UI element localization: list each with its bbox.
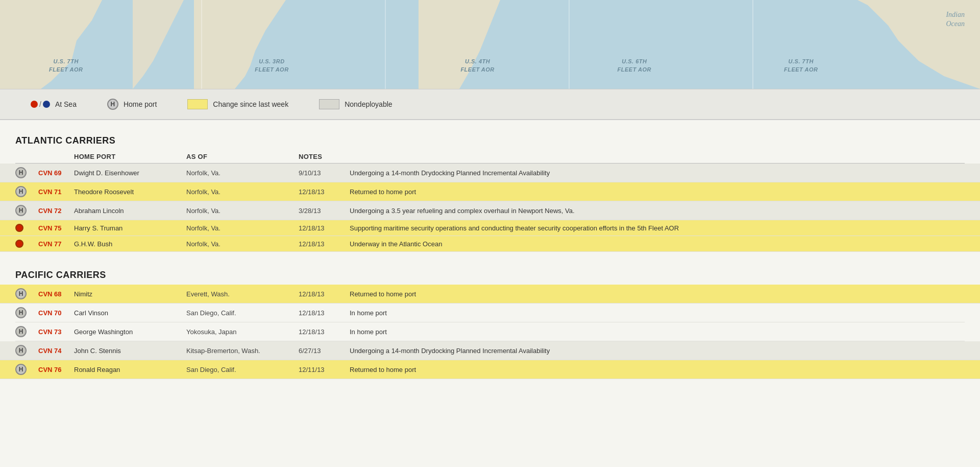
atlantic-section-header: ATLANTIC CARRIERS [15,130,965,150]
row-status-icon: H [15,186,38,197]
cvn-number: CVN 73 [38,328,74,336]
change-box-icon [187,99,208,109]
as-of-cell: 12/18/13 [299,290,350,298]
dot-divider: / [39,100,41,108]
fleet-label-6th: U.S. 6TH FLEET AOR [618,58,651,74]
table-row: HCVN 74John C. StennisKitsap-Bremerton, … [0,341,980,360]
red-dot-icon [31,101,38,108]
column-headers-atlantic: HOME PORT AS OF NOTES [15,150,965,164]
map-section: Indian Ocean U.S. 7TH FLEET AOR U.S. 3RD… [0,0,980,89]
legend: / At Sea H Home port Change since last w… [0,89,980,120]
nondeployable-label: Nondeployable [345,100,392,108]
table-row: HCVN 76Ronald ReaganSan Diego, Calif.12/… [0,360,980,379]
home-port-cell: Norfolk, Va. [186,169,299,177]
cvn-number: CVN 76 [38,366,74,373]
table-row: HCVN 70Carl VinsonSan Diego, Calif.12/18… [15,303,965,322]
home-port-cell: Norfolk, Va. [186,188,299,196]
notes-cell: In home port [350,328,965,336]
as-of-cell: 6/27/13 [299,347,350,355]
notes-cell: Underway in the Atlantic Ocean [350,240,965,248]
as-of-cell: 12/18/13 [299,188,350,196]
home-port-row-icon: H [15,205,27,216]
home-port-cell: Norfolk, Va. [186,207,299,215]
ship-name: Carl Vinson [74,309,186,317]
cvn-number: CVN 70 [38,309,74,317]
ship-name: John C. Stennis [74,347,186,355]
as-of-cell: 12/18/13 [299,224,350,232]
table-row: HCVN 71Theodore RooseveltNorfolk, Va.12/… [0,182,980,201]
col-notes-header: NOTES [299,153,350,160]
row-status-icon: H [15,167,38,178]
ship-name: Harry S. Truman [74,224,186,232]
ship-name: Theodore Roosevelt [74,188,186,196]
home-port-row-icon: H [15,167,27,178]
legend-at-sea: / At Sea [31,100,77,108]
ship-name: G.H.W. Bush [74,240,186,248]
table-row: HCVN 68NimitzEverett, Wash.12/18/13Retur… [0,285,980,303]
home-port-row-icon: H [15,345,27,356]
home-port-cell: Yokosuka, Japan [186,328,299,336]
notes-cell: Returned to home port [350,188,965,196]
legend-change: Change since last week [187,99,288,109]
row-status-icon: H [15,307,38,318]
as-of-cell: 12/18/13 [299,309,350,317]
table-row: HCVN 72Abraham LincolnNorfolk, Va.3/28/1… [0,201,980,220]
row-status-icon: H [15,364,38,375]
cvn-number: CVN 71 [38,188,74,196]
atlantic-rows: HCVN 69Dwight D. EisenhowerNorfolk, Va.9… [15,164,965,252]
cvn-number: CVN 68 [38,290,74,298]
legend-nondeployable: Nondeployable [319,99,392,109]
change-label: Change since last week [213,100,288,108]
table-row: CVN 77G.H.W. BushNorfolk, Va.12/18/13Und… [0,236,980,252]
ship-name: Abraham Lincoln [74,207,186,215]
fleet-label-7th-left: U.S. 7TH FLEET AOR [49,58,83,74]
notes-cell: Undergoing a 14-month Drydocking Planned… [350,347,965,355]
ship-name: George Washington [74,328,186,336]
ship-name: Nimitz [74,290,186,298]
as-of-cell: 12/11/13 [299,366,350,373]
as-of-cell: 9/10/13 [299,169,350,177]
fleet-label-4th: U.S. 4TH FLEET AOR [460,58,494,74]
table-row: CVN 75Harry S. TrumanNorfolk, Va.12/18/1… [0,220,980,236]
ship-name: Ronald Reagan [74,366,186,373]
home-port-row-icon: H [15,307,27,318]
row-status-icon: H [15,345,38,356]
row-status-icon [15,240,38,248]
at-sea-icon-group: / [31,100,50,108]
cvn-number: CVN 72 [38,207,74,215]
cvn-number: CVN 69 [38,169,74,177]
notes-cell: Returned to home port [350,366,965,373]
col-cvn-header [38,153,74,160]
table-row: HCVN 69Dwight D. EisenhowerNorfolk, Va.9… [0,164,980,182]
home-port-cell: Kitsap-Bremerton, Wash. [186,347,299,355]
home-port-row-icon: H [15,288,27,299]
cvn-number: CVN 77 [38,240,74,248]
table-section: ATLANTIC CARRIERS HOME PORT AS OF NOTES … [0,120,980,389]
at-sea-row-icon [15,240,23,248]
as-of-cell: 12/18/13 [299,240,350,248]
table-row: HCVN 73George WashingtonYokosuka, Japan1… [15,322,965,341]
col-as-of-header: AS OF [186,153,299,160]
fleet-label-7th-right: U.S. 7TH FLEET AOR [784,58,818,74]
col-home-port-header: HOME PORT [74,153,186,160]
row-status-icon: H [15,288,38,299]
notes-cell: Undergoing a 14-month Drydocking Planned… [350,169,965,177]
home-port-cell: Everett, Wash. [186,290,299,298]
notes-cell: Returned to home port [350,290,965,298]
map-svg [0,0,980,89]
row-status-icon: H [15,205,38,216]
legend-home-port: H Home port [107,99,157,110]
notes-cell: Supporting maritime security operations … [350,224,965,232]
cvn-number: CVN 74 [38,347,74,355]
blue-dot-icon [43,101,50,108]
notes-cell: In home port [350,309,965,317]
home-port-cell: San Diego, Calif. [186,309,299,317]
home-port-cell: Norfolk, Va. [186,240,299,248]
at-sea-row-icon [15,224,23,232]
cvn-number: CVN 75 [38,224,74,232]
ship-name: Dwight D. Eisenhower [74,169,186,177]
home-port-row-icon: H [15,186,27,197]
row-status-icon [15,224,38,232]
indian-ocean-label: Indian Ocean [946,10,965,29]
fleet-label-3rd: U.S. 3RD FLEET AOR [255,58,288,74]
